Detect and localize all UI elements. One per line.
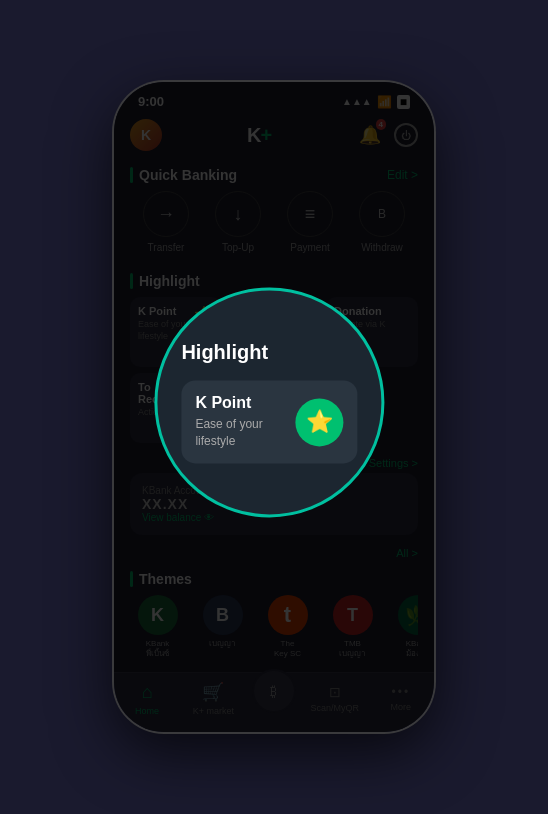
spotlight-card-icon: ⭐ — [295, 398, 343, 446]
spotlight-card-sub: Ease of yourlifestyle — [195, 416, 262, 450]
phone-device: 9:00 ▲▲▲ 📶 ■ K K+ 🔔 4 ⏻ — [114, 82, 434, 732]
phone-screen: 9:00 ▲▲▲ 📶 ■ K K+ 🔔 4 ⏻ — [114, 82, 434, 732]
spotlight-card[interactable]: K Point Ease of yourlifestyle ⭐ — [181, 380, 357, 464]
spotlight-card-text: K Point Ease of yourlifestyle — [195, 394, 262, 450]
spotlight-title: Highlight — [181, 341, 357, 364]
spotlight-overlay: Highlight K Point Ease of yourlifestyle … — [154, 287, 384, 517]
spotlight-card-title: K Point — [195, 394, 262, 412]
